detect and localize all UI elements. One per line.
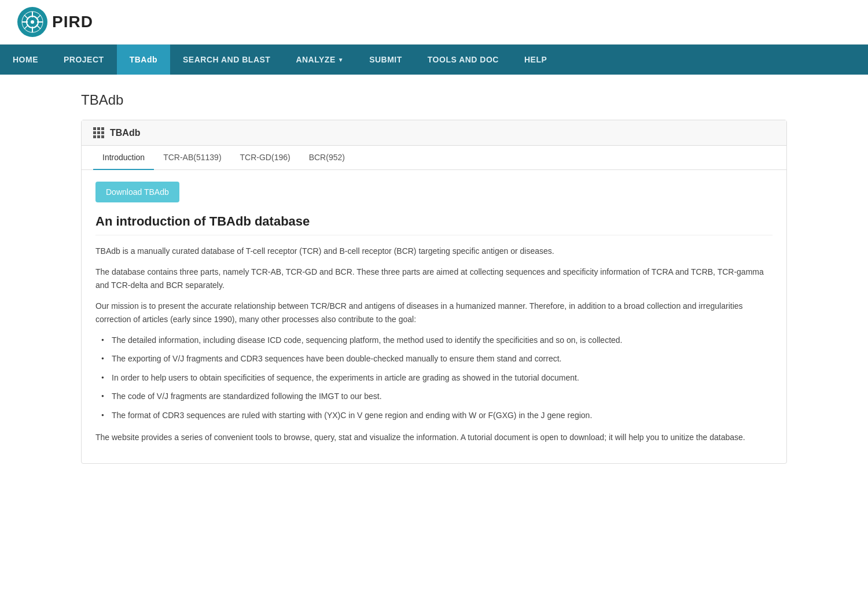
intro-section: TBAdb is a manually curated database of … xyxy=(95,245,773,444)
nav-tbadb[interactable]: TBAdb xyxy=(117,45,170,75)
tbadb-card: TBAdb Introduction TCR-AB(51139) TCR-GD(… xyxy=(81,120,787,464)
nav-submit[interactable]: SUBMIT xyxy=(356,45,415,75)
card-header-title: TBAdb xyxy=(110,128,140,138)
nav-project[interactable]: PROJECT xyxy=(51,45,117,75)
intro-heading: An introduction of TBAdb database xyxy=(95,214,773,235)
list-item: In order to help users to obtain specifi… xyxy=(101,371,773,384)
tab-tcr-gd[interactable]: TCR-GD(196) xyxy=(231,146,300,170)
main-nav: HOME PROJECT TBAdb SEARCH AND BLAST ANAL… xyxy=(0,45,868,75)
tab-tcr-ab[interactable]: TCR-AB(51139) xyxy=(154,146,230,170)
page-title: TBAdb xyxy=(81,92,787,108)
tab-introduction[interactable]: Introduction xyxy=(93,146,154,170)
main-content: TBAdb TBAdb Introduction TCR-AB(51139) T… xyxy=(64,75,804,481)
nav-home[interactable]: HOME xyxy=(0,45,51,75)
list-item: The code of V/J fragments are standardiz… xyxy=(101,390,773,403)
list-item: The detailed information, including dise… xyxy=(101,334,773,346)
card-header: TBAdb xyxy=(82,120,786,146)
logo-container: PIRD xyxy=(17,7,93,37)
nav-help[interactable]: HELP xyxy=(512,45,560,75)
header: PIRD xyxy=(0,0,868,45)
svg-point-2 xyxy=(31,20,34,24)
intro-para-2: The database contains three parts, namel… xyxy=(95,265,773,291)
list-item: The format of CDR3 sequences are ruled w… xyxy=(101,409,773,422)
nav-analyze[interactable]: ANALYZE ▼ xyxy=(283,45,356,75)
analyze-dropdown-icon: ▼ xyxy=(338,57,344,63)
tabs-container: Introduction TCR-AB(51139) TCR-GD(196) B… xyxy=(82,146,786,170)
card-body: Download TBAdb An introduction of TBAdb … xyxy=(82,170,786,463)
intro-para-3: Our mission is to present the accurate r… xyxy=(95,300,773,326)
intro-bullet-list: The detailed information, including dise… xyxy=(101,334,773,422)
nav-search-blast[interactable]: SEARCH AND BLAST xyxy=(170,45,283,75)
download-button[interactable]: Download TBAdb xyxy=(95,182,179,202)
list-item: The exporting of V/J fragments and CDR3 … xyxy=(101,352,773,365)
logo-text: PIRD xyxy=(52,13,93,31)
logo-icon xyxy=(17,7,47,37)
intro-para-4: The website provides a series of conveni… xyxy=(95,431,773,444)
nav-tools-doc[interactable]: TOOLS AND DOC xyxy=(415,45,512,75)
tab-bcr[interactable]: BCR(952) xyxy=(300,146,354,170)
grid-icon xyxy=(93,127,104,138)
intro-para-1: TBAdb is a manually curated database of … xyxy=(95,245,773,257)
